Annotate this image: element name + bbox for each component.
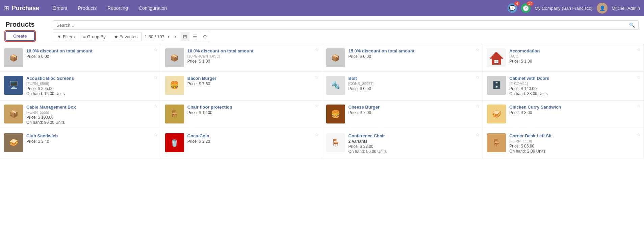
product-thumbnail: 🍔 xyxy=(165,76,184,95)
product-card[interactable]: 📦 Cable Management Box [FURN_5555] Price… xyxy=(0,100,161,129)
product-info: 10.0% discount on total amount Price: $ … xyxy=(26,48,157,59)
product-name: Cabinet with Doors xyxy=(509,76,640,81)
favorite-star[interactable]: ☆ xyxy=(154,132,158,137)
product-info: Bacon Burger Price: $ 7.50 xyxy=(187,76,318,87)
product-name: 10.0% discount on total amount xyxy=(187,48,318,53)
product-card[interactable]: 🪑 Corner Desk Left Sit [FURN_1118] Price… xyxy=(483,129,644,158)
filter-icon: ▼ xyxy=(57,34,61,39)
page-content: Products Create 🔍 ▼ Filters ≡ Group By xyxy=(0,16,644,227)
user-avatar[interactable]: 👤 xyxy=(597,3,608,14)
product-price: Price: $ 295.00 xyxy=(26,86,157,91)
product-card[interactable]: 🗄️ Cabinet with Doors [E-COM11] Price: $… xyxy=(483,72,644,100)
product-thumbnail: 🥪 xyxy=(487,105,506,123)
product-card[interactable]: 📦 10.0% discount on total amount Price: … xyxy=(0,44,161,72)
list-view-button[interactable]: ☰ xyxy=(190,32,200,41)
svg-marker-0 xyxy=(490,52,503,59)
favorite-star[interactable]: ☆ xyxy=(637,132,641,137)
product-card[interactable]: 📦 10.0% discount on total amount [10PERC… xyxy=(161,44,322,72)
product-price: Price: $ 7.50 xyxy=(187,82,318,86)
activity-badge[interactable]: 🕐 17 xyxy=(521,3,531,13)
favorite-star[interactable]: ☆ xyxy=(637,103,641,109)
product-card[interactable]: 🖥️ Acoustic Bloc Screens [FURN_6666] Pri… xyxy=(0,72,161,100)
product-info: 10.0% discount on total amount [10PERCEN… xyxy=(187,48,318,64)
product-thumbnail xyxy=(487,48,506,67)
product-card[interactable]: Accomodation [ACC] Price: $ 1.00 ☆ xyxy=(483,44,644,72)
search-input[interactable] xyxy=(56,23,626,28)
product-name: Chair floor protection xyxy=(187,105,318,110)
product-card[interactable]: 🍔 Bacon Burger Price: $ 7.50 ☆ xyxy=(161,72,322,100)
next-page-button[interactable]: › xyxy=(173,33,177,40)
product-card[interactable]: 🥤 Coca-Cola Price: $ 2.20 ☆ xyxy=(161,129,322,158)
filters-button[interactable]: ▼ Filters xyxy=(53,32,79,41)
chat-badge[interactable]: 💬 4 xyxy=(508,3,517,13)
product-price: Price: $ 7.00 xyxy=(349,110,479,115)
nav-reporting[interactable]: Reporting xyxy=(102,0,133,16)
product-variants: 2 Variants xyxy=(349,139,479,144)
product-card[interactable]: 📦 15.0% discount on total amount Price: … xyxy=(322,44,483,72)
product-thumbnail: 🍔 xyxy=(326,105,345,123)
favorite-star[interactable]: ☆ xyxy=(475,74,480,80)
grid-view-button[interactable]: ⊞ xyxy=(180,32,190,41)
search-box: 🔍 xyxy=(53,20,639,30)
page-header: Products Create 🔍 ▼ Filters ≡ Group By xyxy=(0,16,644,44)
favorite-star[interactable]: ☆ xyxy=(154,74,158,80)
company-name: My Company (San Francisco) xyxy=(535,6,593,11)
favorite-star[interactable]: ☆ xyxy=(315,103,319,109)
nav-configuration[interactable]: Configuration xyxy=(133,0,172,16)
favorite-star[interactable]: ☆ xyxy=(475,103,480,109)
product-card[interactable]: 🔩 Bolt [CONS_89957] Price: $ 0.50 ☆ xyxy=(322,72,483,100)
favorites-button[interactable]: ★ Favorites xyxy=(110,32,141,41)
favorite-star[interactable]: ☆ xyxy=(475,47,480,52)
favorite-star[interactable]: ☆ xyxy=(637,74,641,80)
product-info: Accomodation [ACC] Price: $ 1.00 xyxy=(509,48,640,64)
favorite-star[interactable]: ☆ xyxy=(475,132,480,137)
product-name: Cable Management Box xyxy=(26,105,157,110)
app-title[interactable]: Purchase xyxy=(12,5,39,12)
nav-orders[interactable]: Orders xyxy=(47,0,73,16)
product-thumbnail: 📦 xyxy=(165,48,184,67)
favorite-star[interactable]: ☆ xyxy=(315,74,319,80)
product-price: Price: $ 3.40 xyxy=(26,139,157,144)
grid-icon[interactable]: ⊞ xyxy=(4,4,9,12)
topnav-right: 💬 4 🕐 17 My Company (San Francisco) 👤 Mi… xyxy=(508,3,640,14)
product-price: Price: $ 3.00 xyxy=(509,110,640,115)
nav-products[interactable]: Products xyxy=(73,0,102,16)
product-card[interactable]: 🪑 Conference Chair 2 Variants Price: $ 3… xyxy=(322,129,483,158)
product-price: Price: $ 1.00 xyxy=(509,59,640,64)
favorite-star[interactable]: ☆ xyxy=(315,47,319,52)
product-info: Cheese Burger Price: $ 7.00 xyxy=(349,105,479,115)
prev-page-button[interactable]: ‹ xyxy=(166,33,171,40)
page-title: Products xyxy=(5,21,35,28)
product-info: Bolt [CONS_89957] Price: $ 0.50 xyxy=(349,76,479,91)
view-buttons: ⊞ ☰ ⊙ xyxy=(180,32,210,41)
product-price: Price: $ 0.50 xyxy=(349,86,479,91)
product-name: Chicken Curry Sandwich xyxy=(509,105,640,110)
product-card[interactable]: 🍔 Cheese Burger Price: $ 7.00 ☆ xyxy=(322,100,483,129)
favorite-star[interactable]: ☆ xyxy=(154,103,158,109)
product-code: [FURN_1118] xyxy=(509,139,640,143)
product-card[interactable]: 🪑 Chair floor protection Price: $ 12.00 … xyxy=(161,100,322,129)
activity-count: 17 xyxy=(527,1,533,6)
product-price: Price: $ 33.00 xyxy=(349,144,479,149)
product-onhand: On hand: 16.00 Units xyxy=(26,91,157,96)
page-header-left: Products Create xyxy=(5,21,35,41)
favorite-star[interactable]: ☆ xyxy=(637,47,641,52)
product-code: [10PERCENTDISC] xyxy=(187,54,318,58)
favorite-star[interactable]: ☆ xyxy=(315,132,319,137)
product-price: Price: $ 12.00 xyxy=(187,110,318,115)
product-card[interactable]: 🥪 Club Sandwich Price: $ 3.40 ☆ xyxy=(0,129,161,158)
favorite-star[interactable]: ☆ xyxy=(154,47,158,52)
product-code: [FURN_5555] xyxy=(26,110,157,114)
product-info: Cable Management Box [FURN_5555] Price: … xyxy=(26,105,157,125)
user-name: Mitchell Admin xyxy=(612,6,640,11)
groupby-button[interactable]: ≡ Group By xyxy=(79,32,110,41)
search-icon: 🔍 xyxy=(629,22,635,28)
product-code: [E-COM11] xyxy=(509,82,640,86)
product-name: Accomodation xyxy=(509,48,640,53)
product-onhand: On hand: 33.00 Units xyxy=(509,91,640,96)
products-grid: 📦 10.0% discount on total amount Price: … xyxy=(0,44,644,158)
product-card[interactable]: 🥪 Chicken Curry Sandwich Price: $ 3.00 ☆ xyxy=(483,100,644,129)
create-button[interactable]: Create xyxy=(5,31,35,41)
product-info: Conference Chair 2 Variants Price: $ 33.… xyxy=(349,133,479,154)
refresh-button[interactable]: ⊙ xyxy=(200,32,210,41)
